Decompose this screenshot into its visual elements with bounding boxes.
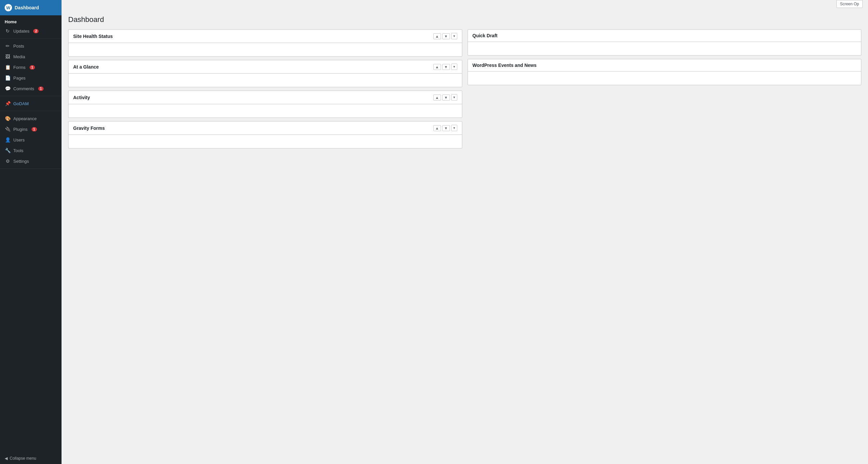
appearance-icon: 🎨 bbox=[5, 116, 11, 121]
widget-gravity-forms-controls: ▲ ▼ ▾ bbox=[433, 125, 457, 131]
collapse-menu-button[interactable]: ◀ Collapse menu bbox=[0, 453, 62, 464]
widget-gravity-forms-body bbox=[68, 135, 462, 148]
widget-gravity-forms-title: Gravity Forms bbox=[73, 125, 105, 131]
sidebar-item-tools[interactable]: 🔧 Tools bbox=[0, 145, 62, 156]
sidebar-item-users[interactable]: 👤 Users bbox=[0, 135, 62, 145]
sidebar-item-settings[interactable]: ⚙ Settings bbox=[0, 156, 62, 167]
widget-site-health-up[interactable]: ▲ bbox=[433, 33, 441, 39]
widget-site-health-title: Site Health Status bbox=[73, 34, 113, 39]
widget-quick-draft-body bbox=[468, 42, 861, 55]
widget-quick-draft: Quick Draft bbox=[468, 29, 862, 56]
widget-wp-events-header: WordPress Events and News bbox=[468, 59, 861, 71]
widget-at-a-glance-title: At a Glance bbox=[73, 64, 99, 69]
collapse-icon: ◀ bbox=[5, 456, 8, 461]
topbar: Screen Op bbox=[62, 0, 868, 10]
tools-label: Tools bbox=[13, 148, 23, 153]
users-icon: 👤 bbox=[5, 137, 11, 143]
wordpress-icon: W bbox=[5, 4, 12, 11]
widget-activity-down[interactable]: ▼ bbox=[442, 94, 450, 100]
widget-activity-body bbox=[68, 104, 462, 117]
sidebar-item-pages[interactable]: 📄 Pages bbox=[0, 72, 62, 83]
widget-wp-events-body bbox=[468, 71, 861, 85]
sidebar-brand[interactable]: W Dashboard bbox=[0, 0, 62, 15]
widget-wp-events-title: WordPress Events and News bbox=[472, 63, 537, 68]
widget-activity-title: Activity bbox=[73, 95, 90, 100]
sidebar-item-media[interactable]: 🖼 Media bbox=[0, 51, 62, 62]
widget-site-health-header: Site Health Status ▲ ▼ ▾ bbox=[68, 30, 462, 43]
forms-label: Forms bbox=[13, 65, 26, 70]
settings-icon: ⚙ bbox=[5, 158, 11, 164]
widget-activity: Activity ▲ ▼ ▾ bbox=[68, 90, 462, 118]
sidebar-divider-2 bbox=[0, 96, 62, 96]
widget-at-a-glance-body bbox=[68, 74, 462, 87]
content-area: Dashboard Site Health Status ▲ ▼ ▾ bbox=[62, 10, 868, 464]
dashboard-grid: Site Health Status ▲ ▼ ▾ At a Glance ▲ bbox=[68, 29, 861, 148]
widget-gravity-forms-up[interactable]: ▲ bbox=[433, 125, 441, 131]
page-title: Dashboard bbox=[68, 15, 861, 24]
widget-at-a-glance-up[interactable]: ▲ bbox=[433, 64, 441, 70]
sidebar-divider-4 bbox=[0, 168, 62, 169]
widget-at-a-glance: At a Glance ▲ ▼ ▾ bbox=[68, 60, 462, 87]
updates-badge: 2 bbox=[33, 29, 38, 33]
updates-icon: ↻ bbox=[5, 28, 11, 34]
plugins-icon: 🔌 bbox=[5, 126, 11, 132]
media-label: Media bbox=[13, 54, 25, 59]
comments-label: Comments bbox=[13, 86, 34, 91]
sidebar-item-forms[interactable]: 📋 Forms 1 bbox=[0, 62, 62, 72]
godam-icon: 📌 bbox=[5, 100, 11, 107]
comments-badge: 1 bbox=[38, 87, 43, 91]
widget-quick-draft-title: Quick Draft bbox=[472, 33, 498, 38]
widget-activity-header: Activity ▲ ▼ ▾ bbox=[68, 91, 462, 104]
posts-label: Posts bbox=[13, 44, 24, 49]
sidebar-item-plugins[interactable]: 🔌 Plugins 1 bbox=[0, 124, 62, 135]
widget-gravity-forms: Gravity Forms ▲ ▼ ▾ bbox=[68, 121, 462, 148]
widget-at-a-glance-header: At a Glance ▲ ▼ ▾ bbox=[68, 60, 462, 74]
collapse-label: Collapse menu bbox=[10, 456, 36, 461]
widget-site-health-controls: ▲ ▼ ▾ bbox=[433, 33, 457, 39]
widget-gravity-forms-header: Gravity Forms ▲ ▼ ▾ bbox=[68, 121, 462, 135]
forms-badge: 1 bbox=[30, 65, 35, 69]
dashboard-col-1: Site Health Status ▲ ▼ ▾ At a Glance ▲ bbox=[68, 29, 462, 148]
sidebar: W Dashboard Home ↻ Updates 2 ✏ Posts 🖼 M… bbox=[0, 0, 62, 464]
media-icon: 🖼 bbox=[5, 54, 11, 60]
sidebar-item-comments[interactable]: 💬 Comments 1 bbox=[0, 83, 62, 94]
widget-at-a-glance-controls: ▲ ▼ ▾ bbox=[433, 64, 457, 70]
sidebar-home-label: Home bbox=[0, 15, 62, 26]
widget-gravity-forms-down[interactable]: ▼ bbox=[442, 125, 450, 131]
widget-gravity-forms-toggle[interactable]: ▾ bbox=[451, 125, 457, 131]
sidebar-divider-3 bbox=[0, 111, 62, 111]
plugins-badge: 1 bbox=[32, 127, 37, 132]
pages-icon: 📄 bbox=[5, 75, 11, 81]
widget-quick-draft-header: Quick Draft bbox=[468, 30, 861, 42]
sidebar-updates-label: Updates bbox=[13, 29, 29, 34]
widget-activity-up[interactable]: ▲ bbox=[433, 94, 441, 100]
forms-icon: 📋 bbox=[5, 64, 11, 70]
settings-label: Settings bbox=[13, 159, 29, 164]
sidebar-item-godam[interactable]: 📌 GoDAM bbox=[0, 98, 62, 109]
sidebar-brand-label: Dashboard bbox=[14, 5, 39, 10]
sidebar-item-posts[interactable]: ✏ Posts bbox=[0, 40, 62, 51]
users-label: Users bbox=[13, 138, 25, 142]
sidebar-item-updates[interactable]: ↻ Updates 2 bbox=[0, 26, 62, 36]
comments-icon: 💬 bbox=[5, 86, 11, 91]
sidebar-item-appearance[interactable]: 🎨 Appearance bbox=[0, 113, 62, 124]
widget-site-health-toggle[interactable]: ▾ bbox=[451, 33, 457, 39]
dashboard-col-2: Quick Draft WordPress Events and News bbox=[468, 29, 862, 148]
main-content: Screen Op Dashboard Site Health Status ▲… bbox=[62, 0, 868, 464]
pages-label: Pages bbox=[13, 76, 26, 81]
widget-at-a-glance-toggle[interactable]: ▾ bbox=[451, 64, 457, 70]
screen-options-button[interactable]: Screen Op bbox=[836, 0, 863, 8]
widget-wp-events: WordPress Events and News bbox=[468, 59, 862, 85]
widget-activity-controls: ▲ ▼ ▾ bbox=[433, 94, 457, 100]
widget-at-a-glance-down[interactable]: ▼ bbox=[442, 64, 450, 70]
posts-icon: ✏ bbox=[5, 43, 11, 49]
appearance-label: Appearance bbox=[13, 116, 37, 121]
widget-site-health: Site Health Status ▲ ▼ ▾ bbox=[68, 29, 462, 57]
sidebar-divider-1 bbox=[0, 38, 62, 39]
plugins-label: Plugins bbox=[13, 127, 28, 132]
godam-label: GoDAM bbox=[13, 101, 29, 106]
widget-site-health-body bbox=[68, 43, 462, 56]
tools-icon: 🔧 bbox=[5, 147, 11, 153]
widget-site-health-down[interactable]: ▼ bbox=[442, 33, 450, 39]
widget-activity-toggle[interactable]: ▾ bbox=[451, 94, 457, 100]
